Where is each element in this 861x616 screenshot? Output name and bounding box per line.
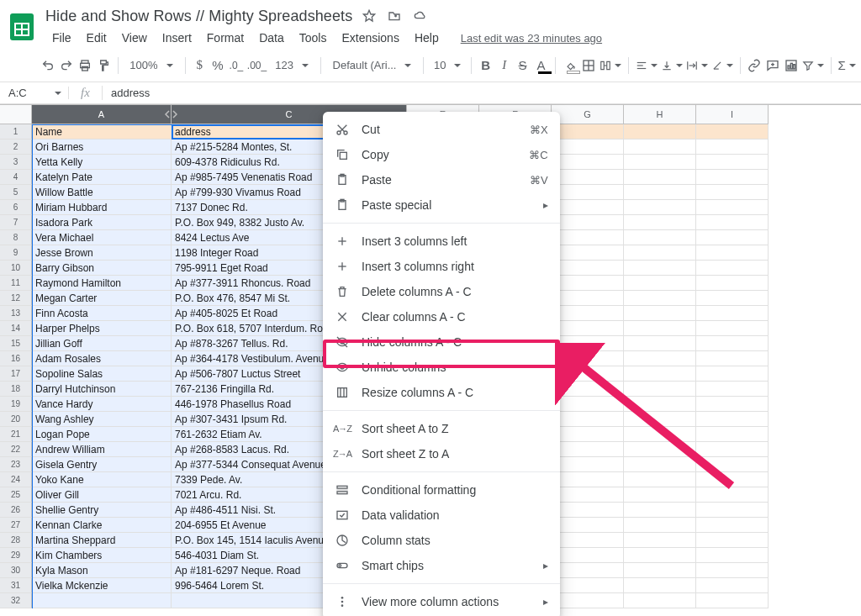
menu-view[interactable]: View xyxy=(115,28,154,48)
context-menu-item[interactable]: Smart chips▸ xyxy=(323,553,560,578)
cell[interactable] xyxy=(552,518,624,533)
paint-format-button[interactable] xyxy=(96,55,111,76)
row-header[interactable]: 19 xyxy=(0,397,32,412)
move-icon[interactable] xyxy=(388,9,401,23)
cell[interactable] xyxy=(624,200,696,215)
cell[interactable] xyxy=(552,170,624,185)
cell[interactable] xyxy=(624,427,696,442)
menu-format[interactable]: Format xyxy=(200,28,251,48)
row-header[interactable]: 1 xyxy=(0,124,32,140)
cell[interactable] xyxy=(552,351,624,366)
text-color-button[interactable]: A xyxy=(534,55,549,76)
cell[interactable] xyxy=(624,548,696,563)
cell[interactable] xyxy=(696,155,769,170)
row-header[interactable]: 12 xyxy=(0,291,32,306)
bold-button[interactable]: B xyxy=(478,55,494,76)
fill-color-button[interactable] xyxy=(563,55,578,76)
cell[interactable] xyxy=(696,291,769,306)
currency-button[interactable]: $ xyxy=(192,55,207,76)
redo-button[interactable] xyxy=(59,55,74,76)
cell[interactable]: Miriam Hubbard xyxy=(32,200,172,215)
cell[interactable] xyxy=(696,366,769,382)
formula-input[interactable]: address xyxy=(103,87,861,99)
cell[interactable] xyxy=(624,518,696,533)
cell[interactable] xyxy=(624,124,696,140)
row-header[interactable]: 20 xyxy=(0,412,32,427)
context-menu-item[interactable]: A→ZSort sheet A to Z xyxy=(323,416,560,441)
cell[interactable] xyxy=(696,200,769,215)
cloud-icon[interactable] xyxy=(413,9,428,23)
name-box[interactable]: A:C xyxy=(0,87,69,99)
cell[interactable] xyxy=(696,215,769,230)
cell[interactable] xyxy=(552,593,624,608)
context-menu-item[interactable]: Insert 3 columns left xyxy=(323,229,560,254)
cell[interactable]: Adam Rosales xyxy=(32,351,172,366)
hidden-col-indicator-icon[interactable] xyxy=(171,108,179,120)
row-header[interactable]: 5 xyxy=(0,185,32,200)
context-menu-item[interactable]: Clear columns A - C xyxy=(323,304,560,329)
row-header[interactable]: 11 xyxy=(0,276,32,291)
cell[interactable] xyxy=(552,245,624,261)
row-header[interactable]: 15 xyxy=(0,336,32,351)
cell[interactable] xyxy=(552,336,624,351)
row-header[interactable]: 14 xyxy=(0,321,32,336)
more-formats-combo[interactable]: 123 xyxy=(270,55,314,76)
row-header[interactable]: 17 xyxy=(0,366,32,382)
cell[interactable] xyxy=(696,472,769,487)
cell[interactable] xyxy=(552,533,624,548)
cell[interactable] xyxy=(624,170,696,185)
document-title[interactable]: Hide and Show Rows // Mighty Spreadsheet… xyxy=(45,8,352,25)
row-header[interactable]: 26 xyxy=(0,503,32,518)
cell[interactable] xyxy=(624,185,696,200)
cell[interactable]: Andrew William xyxy=(32,442,172,457)
cell[interactable] xyxy=(696,276,769,291)
link-button[interactable] xyxy=(747,55,762,76)
cell[interactable]: Barry Gibson xyxy=(32,261,172,276)
cell[interactable] xyxy=(552,457,624,472)
cell[interactable] xyxy=(552,155,624,170)
context-menu-item[interactable]: Paste special▸ xyxy=(323,192,560,218)
row-header[interactable]: 24 xyxy=(0,472,32,487)
menu-file[interactable]: File xyxy=(45,28,78,48)
functions-button[interactable]: Σ xyxy=(838,55,856,76)
cell[interactable] xyxy=(552,548,624,563)
context-menu-item[interactable]: Insert 3 columns right xyxy=(323,254,560,279)
cell[interactable] xyxy=(32,593,172,608)
cell[interactable] xyxy=(624,457,696,472)
cell[interactable]: Kyla Mason xyxy=(32,563,172,578)
cell[interactable] xyxy=(696,321,769,336)
print-button[interactable] xyxy=(77,55,92,76)
cell[interactable] xyxy=(552,185,624,200)
row-header[interactable]: 32 xyxy=(0,593,32,608)
cell[interactable] xyxy=(624,563,696,578)
star-icon[interactable] xyxy=(362,9,376,23)
cell[interactable] xyxy=(696,548,769,563)
cell[interactable] xyxy=(552,140,624,155)
context-menu-item[interactable]: Column stats xyxy=(323,528,560,553)
row-header[interactable]: 3 xyxy=(0,155,32,170)
strikethrough-button[interactable]: S xyxy=(515,55,531,76)
cell[interactable] xyxy=(696,382,769,397)
cell[interactable] xyxy=(624,140,696,155)
font-combo[interactable]: Default (Ari... xyxy=(328,55,417,76)
cell[interactable] xyxy=(696,351,769,366)
cell[interactable] xyxy=(696,245,769,261)
cell[interactable] xyxy=(624,412,696,427)
row-header[interactable]: 23 xyxy=(0,457,32,472)
menu-insert[interactable]: Insert xyxy=(156,28,198,48)
cell[interactable] xyxy=(552,230,624,245)
cell[interactable] xyxy=(624,487,696,503)
cell[interactable] xyxy=(552,412,624,427)
cell[interactable] xyxy=(696,563,769,578)
cell[interactable] xyxy=(624,276,696,291)
cell[interactable] xyxy=(624,442,696,457)
cell[interactable] xyxy=(552,276,624,291)
italic-button[interactable]: I xyxy=(497,55,512,76)
cell[interactable] xyxy=(696,140,769,155)
row-header[interactable]: 31 xyxy=(0,578,32,593)
cell[interactable] xyxy=(552,442,624,457)
column-header-I[interactable]: I xyxy=(696,105,769,124)
cell[interactable] xyxy=(696,518,769,533)
cell[interactable]: Ori Barnes xyxy=(32,140,172,155)
context-menu-item[interactable]: Data validation xyxy=(323,503,560,528)
